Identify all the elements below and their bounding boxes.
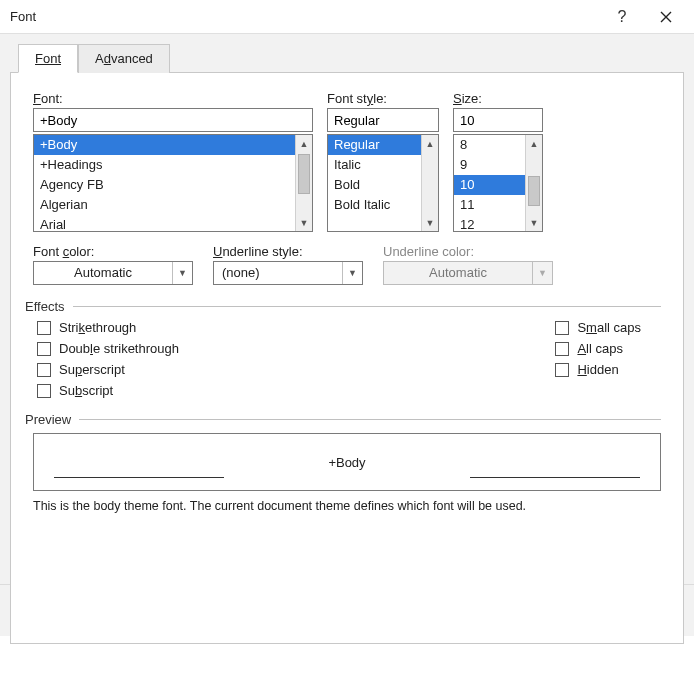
style-list-item[interactable]: Bold Italic	[328, 195, 421, 215]
close-button[interactable]	[644, 2, 688, 32]
size-list-item[interactable]: 9	[454, 155, 525, 175]
style-list-scrollbar[interactable]: ▲ ▼	[421, 135, 438, 231]
size-list-item[interactable]: 12	[454, 215, 525, 232]
checkbox-double-strikethrough[interactable]: Double strikethrough	[37, 341, 179, 356]
close-icon	[660, 11, 672, 23]
font-style-label: Font style:	[327, 91, 439, 106]
font-list-item[interactable]: Arial	[34, 215, 295, 232]
preview-box: +Body	[33, 433, 661, 491]
font-column: Font: +Body +Headings Agency FB Algerian…	[33, 91, 313, 232]
checkbox-small-caps[interactable]: Small caps	[555, 320, 641, 335]
chevron-down-icon[interactable]: ▼	[172, 262, 192, 284]
font-style-listbox[interactable]: Regular Italic Bold Bold Italic ▲ ▼	[327, 134, 439, 232]
scroll-thumb[interactable]	[528, 176, 540, 206]
style-list-item[interactable]: Italic	[328, 155, 421, 175]
size-list-scrollbar[interactable]: ▲ ▼	[525, 135, 542, 231]
underline-color-combo: Automatic ▼	[383, 261, 553, 285]
font-listbox[interactable]: +Body +Headings Agency FB Algerian Arial…	[33, 134, 313, 232]
scroll-up-icon[interactable]: ▲	[526, 135, 542, 152]
effects-grid: Strikethrough Double strikethrough Super…	[33, 320, 661, 398]
font-list-item[interactable]: Algerian	[34, 195, 295, 215]
preview-description: This is the body theme font. The current…	[33, 499, 661, 513]
underline-style-label: Underline style:	[213, 244, 363, 259]
dialog-body: Font Advanced Font: +Body +Headings Agen…	[0, 34, 694, 636]
tab-panel-font: Font: +Body +Headings Agency FB Algerian…	[10, 72, 684, 644]
preview-group-label: Preview	[25, 412, 79, 427]
size-list-item[interactable]: 10	[454, 175, 525, 195]
scroll-up-icon[interactable]: ▲	[296, 135, 312, 152]
underline-style-combo[interactable]: (none) ▼	[213, 261, 363, 285]
font-label: Font:	[33, 91, 313, 106]
style-list-item[interactable]: Regular	[328, 135, 421, 155]
scroll-thumb[interactable]	[298, 154, 310, 194]
font-list-item[interactable]: +Body	[34, 135, 295, 155]
window-title: Font	[10, 9, 600, 24]
font-list-item[interactable]: +Headings	[34, 155, 295, 175]
font-size-label: Size:	[453, 91, 543, 106]
chevron-down-icon: ▼	[532, 262, 552, 284]
title-bar: Font ?	[0, 0, 694, 34]
font-color-combo[interactable]: Automatic ▼	[33, 261, 193, 285]
font-size-listbox[interactable]: 8 9 10 11 12 ▲ ▼	[453, 134, 543, 232]
size-list-item[interactable]: 8	[454, 135, 525, 155]
tab-advanced[interactable]: Advanced	[78, 44, 170, 73]
font-size-input[interactable]	[453, 108, 543, 132]
font-color-label: Font color:	[33, 244, 193, 259]
tab-strip: Font Advanced	[4, 44, 690, 73]
scroll-up-icon[interactable]: ▲	[422, 135, 438, 152]
font-style-column: Font style: Regular Italic Bold Bold Ita…	[327, 91, 439, 232]
help-button[interactable]: ?	[600, 2, 644, 32]
font-input[interactable]	[33, 108, 313, 132]
row-color-underline: Font color: Automatic ▼ Underline style:…	[33, 244, 661, 285]
checkbox-subscript[interactable]: Subscript	[37, 383, 179, 398]
font-style-input[interactable]	[327, 108, 439, 132]
preview-group-header: Preview	[25, 412, 661, 427]
effects-group-header: Effects	[25, 299, 661, 314]
row-font-style-size: Font: +Body +Headings Agency FB Algerian…	[33, 91, 661, 232]
effects-group-label: Effects	[25, 299, 73, 314]
preview-text: +Body	[328, 455, 365, 470]
chevron-down-icon[interactable]: ▼	[342, 262, 362, 284]
font-list-scrollbar[interactable]: ▲ ▼	[295, 135, 312, 231]
checkbox-all-caps[interactable]: All caps	[555, 341, 641, 356]
underline-color-label: Underline color:	[383, 244, 553, 259]
style-list-item[interactable]: Bold	[328, 175, 421, 195]
scroll-down-icon[interactable]: ▼	[296, 214, 312, 231]
checkbox-superscript[interactable]: Superscript	[37, 362, 179, 377]
size-list-item[interactable]: 11	[454, 195, 525, 215]
underline-color-value: Automatic	[384, 262, 532, 284]
font-size-column: Size: 8 9 10 11 12 ▲ ▼	[453, 91, 543, 232]
checkbox-strikethrough[interactable]: Strikethrough	[37, 320, 179, 335]
scroll-down-icon[interactable]: ▼	[422, 214, 438, 231]
font-list-item[interactable]: Agency FB	[34, 175, 295, 195]
scroll-down-icon[interactable]: ▼	[526, 214, 542, 231]
checkbox-hidden[interactable]: Hidden	[555, 362, 641, 377]
font-color-value: Automatic	[34, 262, 172, 284]
underline-style-value: (none)	[214, 262, 342, 284]
tab-font[interactable]: Font	[18, 44, 78, 73]
